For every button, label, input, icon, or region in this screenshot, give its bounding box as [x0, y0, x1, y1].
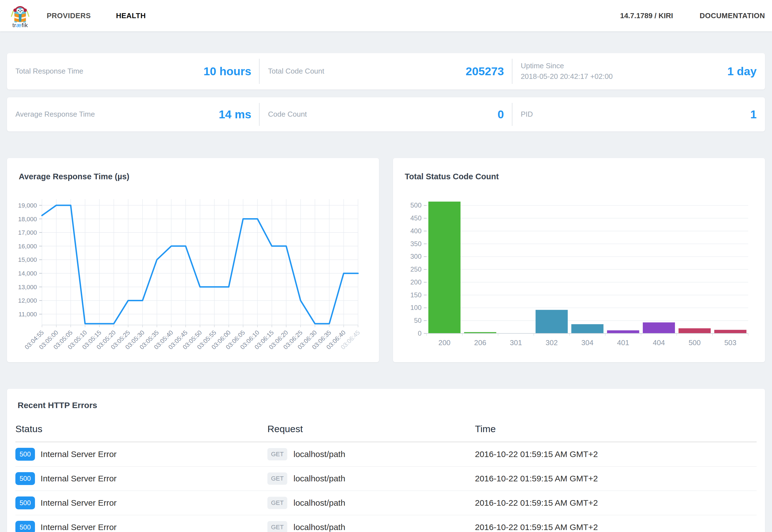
recent-http-errors-card: Recent HTTP Errors Status Request Time 5…: [7, 389, 765, 532]
svg-text:200: 200: [410, 278, 422, 286]
stat-total-response-time: Total Response Time 10 hours: [7, 53, 260, 90]
svg-text:300: 300: [410, 253, 422, 260]
svg-text:12,000: 12,000: [18, 297, 37, 304]
status-code-count-title: Total Status Code Count: [405, 172, 757, 181]
stat-value: 0: [498, 108, 504, 121]
svg-text:15,000: 15,000: [18, 256, 37, 263]
error-time: 2016-10-22 01:59:15 AM GMT+2: [475, 442, 757, 467]
stat-label: PID: [521, 109, 533, 120]
table-row: 500Internal Server Error GETlocalhost/pa…: [15, 515, 757, 532]
status-text: Internal Server Error: [41, 449, 117, 459]
stat-code-count: Code Count 0: [260, 97, 512, 131]
request-path: localhost/path: [293, 522, 345, 532]
health-dashboard-page: træfik PROVIDERS HEALTH 14.7.1789 / KIRI…: [0, 0, 772, 532]
svg-text:11,000: 11,000: [18, 311, 37, 318]
svg-text:350: 350: [410, 240, 422, 248]
svg-text:301: 301: [510, 338, 522, 347]
status-code-badge: 500: [15, 448, 35, 461]
status-code-badge: 500: [15, 472, 35, 485]
status-text: Internal Server Error: [41, 522, 117, 532]
stat-label: Total Response Time: [15, 66, 83, 77]
column-header-status: Status: [15, 420, 267, 442]
stat-average-response-time: Average Response Time 14 ms: [7, 97, 260, 131]
stats-row-current: Average Response Time 14 ms Code Count 0…: [7, 97, 765, 131]
svg-text:150: 150: [410, 291, 422, 299]
svg-text:13,000: 13,000: [18, 284, 37, 291]
version-label: 14.7.1789 / KIRI: [620, 11, 673, 20]
status-code-badge: 500: [15, 496, 35, 509]
nav-item-health[interactable]: HEALTH: [116, 11, 146, 20]
http-errors-table: Status Request Time 500Internal Server E…: [15, 420, 757, 532]
stat-value: 10 hours: [203, 65, 251, 78]
error-time: 2016-10-22 01:59:15 AM GMT+2: [475, 491, 757, 515]
stat-value: 205273: [466, 65, 504, 78]
column-header-time: Time: [475, 420, 757, 442]
request-path: localhost/path: [293, 449, 345, 459]
request-path: localhost/path: [293, 498, 345, 508]
method-badge: GET: [267, 497, 287, 509]
stat-pid: PID 1: [512, 97, 765, 131]
svg-text:0: 0: [418, 329, 422, 337]
status-text: Internal Server Error: [41, 474, 117, 483]
nav-links: PROVIDERS HEALTH: [47, 11, 146, 20]
svg-text:250: 250: [410, 265, 422, 273]
avg-response-time-card: Average Response Time (µs) 11,00012,0001…: [7, 158, 379, 362]
stat-label: Total Code Count: [268, 66, 324, 77]
table-row: 500Internal Server Error GETlocalhost/pa…: [15, 442, 757, 467]
traefik-logo[interactable]: træfik: [9, 3, 31, 29]
column-header-request: Request: [267, 420, 475, 442]
status-code-count-chart: 0501001502002503003504004505002002063013…: [401, 188, 757, 352]
error-time: 2016-10-22 01:59:15 AM GMT+2: [475, 467, 757, 491]
status-text: Internal Server Error: [41, 498, 117, 508]
avg-response-time-chart: 11,00012,00013,00014,00015,00016,00017,0…: [15, 188, 371, 362]
svg-text:400: 400: [410, 227, 422, 235]
error-time: 2016-10-22 01:59:15 AM GMT+2: [475, 515, 757, 532]
avg-response-time-title: Average Response Time (µs): [19, 172, 371, 181]
stat-label: Average Response Time: [15, 109, 95, 120]
svg-text:500: 500: [689, 338, 701, 347]
method-badge: GET: [267, 521, 287, 532]
traefik-wordmark: træfik: [12, 22, 28, 29]
method-badge: GET: [267, 472, 287, 485]
svg-text:503: 503: [724, 338, 736, 347]
stat-value: 1: [750, 108, 757, 121]
svg-text:200: 200: [438, 338, 450, 347]
uptime-timestamp: 2018-05-20 20:42:17 +02:00: [521, 72, 613, 81]
charts-row: Average Response Time (µs) 11,00012,0001…: [7, 158, 765, 362]
svg-text:404: 404: [653, 338, 665, 347]
svg-text:50: 50: [414, 317, 422, 324]
table-row: 500Internal Server Error GETlocalhost/pa…: [15, 491, 757, 515]
recent-http-errors-title: Recent HTTP Errors: [18, 401, 757, 410]
svg-text:16,000: 16,000: [18, 243, 37, 250]
table-header-row: Status Request Time: [15, 420, 757, 442]
method-badge: GET: [267, 448, 287, 460]
svg-text:17,000: 17,000: [18, 229, 37, 236]
stat-total-code-count: Total Code Count 205273: [260, 53, 512, 90]
stat-value: 1 day: [727, 65, 757, 78]
svg-text:302: 302: [546, 338, 558, 347]
stat-value: 14 ms: [219, 108, 251, 121]
status-code-badge: 500: [15, 521, 35, 532]
svg-text:18,000: 18,000: [18, 216, 37, 223]
request-path: localhost/path: [293, 474, 345, 483]
stats-row-totals: Total Response Time 10 hours Total Code …: [7, 53, 765, 90]
svg-text:19,000: 19,000: [18, 202, 37, 209]
svg-text:14,000: 14,000: [18, 270, 37, 277]
stat-uptime-since: Uptime Since 2018-05-20 20:42:17 +02:00 …: [512, 53, 765, 90]
navbar: træfik PROVIDERS HEALTH 14.7.1789 / KIRI…: [0, 0, 772, 31]
svg-text:206: 206: [474, 338, 486, 347]
nav-item-providers[interactable]: PROVIDERS: [47, 11, 91, 20]
svg-text:100: 100: [410, 304, 422, 311]
documentation-link[interactable]: DOCUMENTATION: [700, 11, 765, 20]
svg-text:304: 304: [581, 338, 593, 347]
table-row: 500Internal Server Error GETlocalhost/pa…: [15, 467, 757, 491]
svg-text:500: 500: [410, 201, 422, 209]
status-code-count-card: Total Status Code Count 0501001502002503…: [393, 158, 765, 362]
traefik-gopher-icon: [9, 3, 31, 23]
svg-text:450: 450: [410, 214, 422, 222]
svg-text:401: 401: [617, 338, 629, 347]
stat-label: Code Count: [268, 109, 307, 120]
stat-label: Uptime Since 2018-05-20 20:42:17 +02:00: [521, 61, 613, 82]
